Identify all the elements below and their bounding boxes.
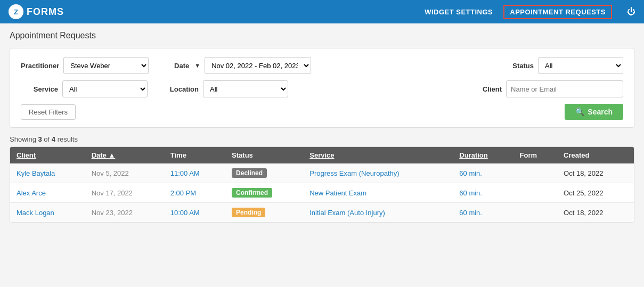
status-badge: Pending: [232, 208, 265, 217]
cell-time: 10:00 AM: [164, 203, 225, 223]
date-group: Date ▼ Nov 02, 2022 - Feb 02, 2023: [168, 57, 311, 74]
search-button[interactable]: 🔍 Search: [565, 104, 623, 120]
cell-created: Oct 25, 2022: [557, 183, 634, 203]
status-badge: Confirmed: [232, 188, 272, 198]
cell-duration: 60 min.: [453, 163, 513, 183]
appointment-requests-nav[interactable]: APPOINTMENT REQUESTS: [503, 5, 612, 19]
cell-service[interactable]: Progress Exam (Neuropathy): [303, 163, 453, 183]
app-header: Z FORMS WIDGET SETTINGS APPOINTMENT REQU…: [0, 0, 644, 23]
cell-client[interactable]: Mack Logan: [10, 203, 85, 223]
service-group: Service All: [21, 80, 148, 97]
practitioner-label: Practitioner: [21, 62, 59, 70]
cell-form: [513, 203, 558, 223]
cell-duration: 60 min.: [453, 183, 513, 203]
widget-settings-nav[interactable]: WIDGET SETTINGS: [425, 8, 493, 16]
practitioner-group: Practitioner Steve Weber: [21, 57, 149, 74]
client-input[interactable]: [506, 80, 623, 97]
col-service[interactable]: Service: [303, 147, 453, 163]
cell-service[interactable]: New Patient Exam: [303, 183, 453, 203]
table-row: Kyle Baytala Nov 5, 2022 11:00 AM Declin…: [10, 163, 634, 183]
results-summary: Showing 3 of 4 results: [10, 135, 634, 143]
filter-actions: Reset Filters 🔍 Search: [21, 104, 623, 120]
location-select[interactable]: All: [203, 80, 288, 97]
header-navigation: WIDGET SETTINGS APPOINTMENT REQUESTS ⏻: [425, 5, 635, 19]
page-title: Appointment Requests: [10, 31, 634, 40]
status-label: Status: [496, 62, 534, 70]
cell-service[interactable]: Initial Exam (Auto Injury): [303, 203, 453, 223]
cell-form: [513, 163, 558, 183]
cell-client[interactable]: Alex Arce: [10, 183, 85, 203]
cell-form: [513, 183, 558, 203]
practitioner-select[interactable]: Steve Weber: [63, 57, 149, 74]
cell-time: 2:00 PM: [164, 183, 225, 203]
col-created: Created: [557, 147, 634, 163]
cell-duration: 60 min.: [453, 203, 513, 223]
client-label: Client: [464, 85, 502, 93]
results-count: 3: [38, 135, 42, 143]
search-icon: 🔍: [575, 108, 584, 116]
col-form: Form: [513, 147, 558, 163]
location-label: Location: [167, 85, 199, 93]
location-group: Location All: [167, 80, 288, 97]
col-status: Status: [225, 147, 303, 163]
cell-status: Pending: [225, 203, 303, 223]
results-table: Client Date ▲ Time Status Service Durati…: [10, 147, 634, 222]
search-label: Search: [588, 108, 613, 116]
logo: Z FORMS: [9, 4, 64, 19]
page-content: Appointment Requests Practitioner Steve …: [0, 23, 644, 230]
cell-date: Nov 23, 2022: [85, 203, 164, 223]
cell-status: Confirmed: [225, 183, 303, 203]
cell-client[interactable]: Kyle Baytala: [10, 163, 85, 183]
client-group: Client: [464, 80, 623, 97]
cell-status: Declined: [225, 163, 303, 183]
table-header-row: Client Date ▲ Time Status Service Durati…: [10, 147, 634, 163]
service-select[interactable]: All: [62, 80, 148, 97]
reset-filters-button[interactable]: Reset Filters: [21, 104, 76, 120]
status-select[interactable]: All Pending Confirmed Declined: [538, 57, 623, 74]
service-label: Service: [21, 85, 58, 93]
date-dropdown-icon: ▼: [194, 62, 200, 69]
filter-row-2: Service All Location All Client: [21, 80, 623, 97]
results-table-container: Client Date ▲ Time Status Service Durati…: [10, 146, 634, 223]
cell-created: Oct 18, 2022: [557, 163, 634, 183]
col-date[interactable]: Date ▲: [85, 147, 164, 163]
filter-card: Practitioner Steve Weber Date ▼ Nov 02, …: [10, 48, 634, 128]
cell-date: Nov 5, 2022: [85, 163, 164, 183]
cell-time: 11:00 AM: [164, 163, 225, 183]
cell-created: Oct 18, 2022: [557, 203, 634, 223]
filter-row-1: Practitioner Steve Weber Date ▼ Nov 02, …: [21, 57, 623, 74]
logo-forms-text: FORMS: [27, 6, 64, 18]
power-icon[interactable]: ⏻: [627, 7, 635, 17]
logo-icon: Z: [9, 4, 23, 19]
results-total: 4: [52, 135, 55, 143]
col-duration[interactable]: Duration: [453, 147, 513, 163]
table-row: Mack Logan Nov 23, 2022 10:00 AM Pending…: [10, 203, 634, 223]
cell-date: Nov 17, 2022: [85, 183, 164, 203]
status-group: Status All Pending Confirmed Declined: [496, 57, 623, 74]
table-row: Alex Arce Nov 17, 2022 2:00 PM Confirmed…: [10, 183, 634, 203]
col-client[interactable]: Client: [10, 147, 85, 163]
date-label: Date: [168, 62, 189, 70]
date-select[interactable]: Nov 02, 2022 - Feb 02, 2023: [205, 57, 311, 74]
status-badge: Declined: [232, 168, 267, 178]
col-time: Time: [164, 147, 225, 163]
